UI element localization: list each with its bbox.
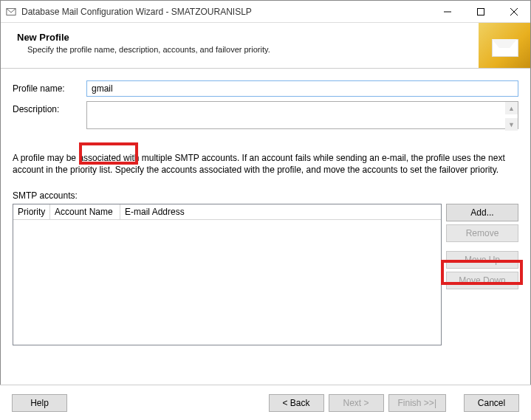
close-button[interactable]	[497, 1, 530, 23]
scroll-down-icon[interactable]: ▼	[505, 118, 518, 131]
info-text: A profile may be associated with multipl…	[13, 152, 518, 176]
smtp-accounts-table[interactable]: Priority Account Name E-mail Address	[13, 204, 442, 345]
column-header-email[interactable]: E-mail Address	[120, 204, 441, 220]
page-title: New Profile	[17, 32, 518, 43]
profile-name-input[interactable]	[86, 80, 518, 97]
next-button: Next >	[329, 394, 384, 412]
scroll-up-icon[interactable]: ▲	[505, 102, 518, 114]
remove-button: Remove	[446, 224, 518, 242]
smtp-accounts-label: SMTP accounts:	[13, 190, 518, 201]
page-subtitle: Specify the profile name, description, a…	[17, 45, 518, 54]
move-down-button: Move Down	[446, 272, 518, 289]
mail-icon	[479, 23, 530, 68]
window-title: Database Mail Configuration Wizard - SMA…	[21, 7, 431, 17]
profile-name-label: Profile name:	[13, 80, 86, 94]
svg-rect-2	[477, 9, 484, 16]
window-controls	[431, 1, 530, 22]
description-scrollbar: ▲ ▼	[505, 102, 518, 131]
back-button[interactable]: < Back	[269, 394, 324, 412]
cancel-button[interactable]: Cancel	[464, 394, 519, 412]
move-up-button: Move Up	[446, 251, 518, 269]
help-button[interactable]: Help	[12, 394, 67, 412]
description-label: Description:	[13, 101, 86, 114]
finish-button: Finish >>|	[388, 394, 446, 412]
add-button[interactable]: Add...	[446, 204, 518, 221]
titlebar: Database Mail Configuration Wizard - SMA…	[1, 1, 530, 23]
wizard-header: New Profile Specify the profile name, de…	[1, 23, 530, 69]
wizard-footer: Help < Back Next > Finish >>| Cancel	[0, 385, 531, 420]
column-header-account-name[interactable]: Account Name	[50, 204, 120, 220]
description-input[interactable]	[86, 101, 518, 129]
maximize-button[interactable]	[464, 1, 497, 23]
minimize-button[interactable]	[431, 1, 464, 23]
app-icon	[5, 6, 17, 18]
column-header-priority[interactable]: Priority	[13, 204, 50, 220]
